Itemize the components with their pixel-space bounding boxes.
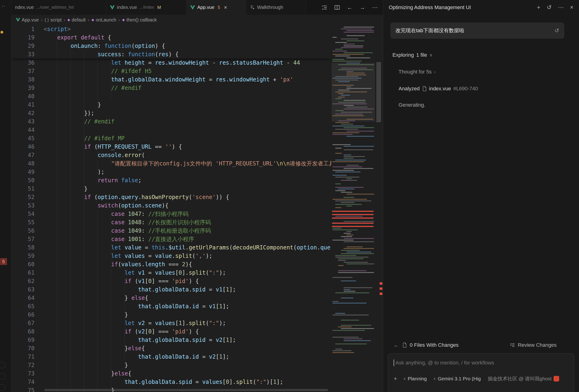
code-line[interactable]: 29onLaunch: function(option) { [11, 42, 332, 50]
vue-file-icon [16, 18, 20, 22]
line-number: 45 [11, 134, 35, 142]
code-line[interactable]: 66} [11, 311, 332, 319]
minimap-line [338, 265, 344, 266]
line-number: 75 [11, 386, 35, 392]
code-line[interactable]: 52if (option.query.hasOwnProperty('scene… [11, 193, 332, 201]
minimap-line [347, 252, 371, 253]
chevron-right-icon: › [64, 17, 65, 23]
attach-context-icon[interactable]: + [394, 375, 397, 382]
minimap-line [332, 132, 359, 133]
code-line[interactable]: 19export default { [11, 33, 332, 42]
minimap-line [347, 263, 374, 264]
navigate-forward-icon[interactable]: → [360, 4, 365, 11]
code-line[interactable]: 1<script> [11, 25, 332, 33]
tab-index-vue[interactable]: index.vue .../index M [106, 0, 187, 15]
tab-user-address-list[interactable]: ndex.vue .../user_address_list [11, 0, 106, 15]
code-line[interactable]: 46if (HTTP_REQUEST_URL == '') { [11, 142, 332, 151]
tab-walkthrough[interactable]: Walkthrough [246, 0, 306, 15]
chevron-down-icon: ∨ [429, 53, 433, 58]
model-selector[interactable]: ∧ Gemini 3.1 Pro (Hig [433, 376, 481, 382]
code-line[interactable]: 39// #endif [11, 84, 332, 92]
vertical-scrollbar[interactable] [376, 62, 381, 122]
breadcrumb-file[interactable]: App.vue [16, 17, 39, 23]
code-line[interactable]: 49); [11, 168, 332, 176]
code-line[interactable]: 44 [11, 126, 332, 134]
split-editor-icon[interactable] [334, 5, 340, 10]
code-line[interactable]: 42}); [11, 109, 332, 117]
code-line[interactable]: 71that.globalData.id = v2[1]; [11, 353, 332, 361]
minimap-slider[interactable] [332, 63, 375, 122]
code-line[interactable]: 57case 1001: //直接进入小程序 [11, 235, 332, 243]
analyzed-file[interactable]: index.vue [429, 86, 451, 92]
code-line[interactable]: 63that.globalData.spid = v1[1]; [11, 285, 332, 294]
breadcrumb-onlaunch[interactable]: ◆ onLaunch [91, 17, 116, 23]
code-viewport[interactable]: 36let height = res.windowHeight - res.st… [11, 59, 332, 392]
code-line[interactable]: 56case 1049: //手机相册选取小程序码 [11, 227, 332, 235]
analyzed-row[interactable]: Analyzed index.vue #L690-740 [399, 86, 579, 92]
tab-title: ndex.vue [15, 5, 34, 10]
mode-selector[interactable]: ∧ Planning [403, 376, 427, 382]
exploring-section[interactable]: Exploring 1 file ∨ [392, 52, 579, 58]
horizontal-scrollbar[interactable] [44, 389, 328, 391]
code-line[interactable]: 40 [11, 92, 332, 101]
code-line[interactable]: 74that.globalData.spid = values[0].split… [11, 378, 332, 386]
code-line[interactable]: 73}else{ [11, 369, 332, 378]
code-line[interactable]: 55case 1048: //长按图片识别小程序码 [11, 218, 332, 227]
minimap-line [347, 194, 374, 195]
breadcrumb-default[interactable]: ◆ default [68, 17, 86, 23]
strip-overflow-dots[interactable]: .. [2, 2, 5, 8]
code-line[interactable]: 59let values = value.split(','); [11, 252, 332, 260]
minimap-line [332, 51, 347, 52]
breadcrumb-script[interactable]: { } script [45, 17, 62, 23]
code-line[interactable]: 43// #endif [11, 117, 332, 126]
code-line[interactable]: 50return false; [11, 176, 332, 185]
user-message[interactable]: 改完现在tab下面都没有数据啦 ↺ [391, 23, 564, 39]
chat-input-box[interactable]: Ask anything, @ to mention, / for workfl… [388, 353, 574, 392]
code-line[interactable]: 51} [11, 185, 332, 193]
code-line[interactable]: 47console.error( [11, 151, 332, 159]
tab-app-vue-active[interactable]: App.vue 5 × [187, 0, 246, 15]
navigate-back-icon[interactable]: ← [347, 4, 353, 11]
more-options-icon[interactable]: ⋯ [558, 4, 564, 10]
code-line[interactable]: 65that.globalData.id = v1[1]; [11, 302, 332, 311]
code-line[interactable]: 53switch(option.scene){ [11, 201, 332, 210]
minimap-line [332, 303, 366, 304]
restore-checkpoint-icon[interactable]: ↺ [555, 27, 559, 34]
breadcrumb-callback[interactable]: ◆ then() callback [122, 17, 157, 23]
code-line[interactable]: 58let value = this.$util.getUrlParams(de… [11, 243, 332, 252]
checklist-icon[interactable] [322, 5, 327, 10]
code-line[interactable]: 68if (v2[0] === 'pid') { [11, 327, 332, 336]
minimap[interactable] [332, 25, 375, 392]
history-icon[interactable]: ↺ [547, 4, 551, 10]
more-actions-icon[interactable]: ⋯ [372, 4, 378, 11]
thought-section[interactable]: Thought for 5s › [399, 69, 579, 75]
code-line[interactable]: 36let height = res.windowHeight - res.st… [11, 59, 332, 67]
close-panel-icon[interactable]: × [570, 4, 574, 10]
code-line[interactable]: 33success: function(res) { [11, 50, 332, 59]
code-line[interactable]: 72} [11, 361, 332, 369]
review-changes-button[interactable]: Review Changes [510, 342, 557, 348]
code-line[interactable]: 69that.globalData.spid = v2[1]; [11, 336, 332, 344]
vue-file-icon [110, 5, 115, 9]
minimap-line [341, 124, 353, 125]
code-line[interactable]: 61let v1 = values[0].split(":"); [11, 268, 332, 277]
code-line[interactable]: 37// #ifdef H5 [11, 67, 332, 75]
line-number: 50 [11, 176, 35, 185]
previous-change-icon[interactable]: ← [393, 342, 399, 348]
code-line[interactable]: 60if(values.length === 2){ [11, 260, 332, 268]
new-chat-icon[interactable]: + [537, 4, 540, 10]
code-line[interactable]: 70}else{ [11, 344, 332, 353]
code-line[interactable]: 67let v2 = values[1].split(":"); [11, 319, 332, 327]
code-line[interactable]: 45// #ifdef MP [11, 134, 332, 142]
code-line[interactable]: 48"请配置根目录下的config.js文件中的 'HTTP_REQUEST_U… [11, 159, 332, 168]
code-line[interactable]: 64} else{ [11, 294, 332, 302]
line-number: 70 [11, 344, 35, 353]
code-editor[interactable]: 36let height = res.windowHeight - res.st… [11, 25, 383, 392]
code-line[interactable]: 38that.globalData.windowHeight = res.win… [11, 75, 332, 84]
ai-chat-panel: Optimizing Address Management UI + ↺ ⋯ ×… [383, 0, 579, 392]
code-line[interactable]: 62if (v1[0] === 'pid') { [11, 277, 332, 285]
code-line[interactable]: 54case 1047: //扫描小程序码 [11, 210, 332, 218]
code-line[interactable]: 41} [11, 101, 332, 109]
line-number: 71 [11, 353, 35, 361]
close-tab-icon[interactable]: × [224, 5, 227, 10]
